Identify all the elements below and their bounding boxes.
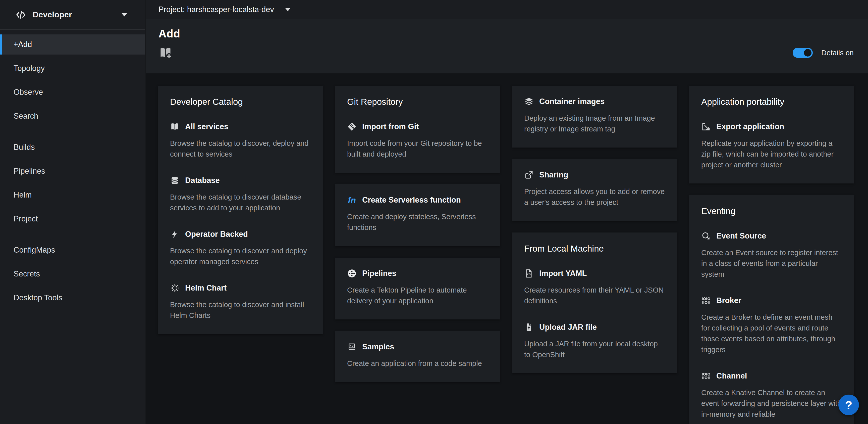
card-title: Application portability <box>701 97 842 107</box>
sidebar-item-desktop-tools[interactable]: Desktop Tools <box>0 288 145 308</box>
card-application-portability[interactable]: Application portabilityExport applicatio… <box>689 86 854 183</box>
item-description: Create a Knative Channel to create an ev… <box>701 387 842 420</box>
perspective-label: Developer <box>33 10 72 19</box>
item-description: Deploy an existing Image from an Image r… <box>524 113 665 135</box>
card-column: Container imagesDeploy an existing Image… <box>512 86 677 373</box>
helm-icon <box>170 283 180 293</box>
item-label: Broker <box>716 296 741 305</box>
item-description: Import code from your Git repository to … <box>347 138 488 160</box>
add-item-operator-backed[interactable]: Operator BackedBrowse the catalog to dis… <box>170 229 311 267</box>
card-samples[interactable]: SamplesCreate an application from a code… <box>335 331 500 382</box>
item-description: Browse the catalog to discover and insta… <box>170 299 311 321</box>
add-item-pipelines[interactable]: PipelinesCreate a Tekton Pipeline to aut… <box>347 269 488 306</box>
item-label: Import YAML <box>539 269 587 278</box>
item-description: Create and deploy stateless, Serverless … <box>347 211 488 233</box>
add-item-samples[interactable]: SamplesCreate an application from a code… <box>347 342 488 369</box>
file-code-icon <box>524 269 534 278</box>
add-item-database[interactable]: DatabaseBrowse the catalog to discover d… <box>170 176 311 214</box>
sidebar-item-secrets[interactable]: Secrets <box>0 264 145 284</box>
card-eventing: EventingEvent SourceCreate an Event sour… <box>689 195 854 424</box>
sidebar-item-pipelines[interactable]: Pipelines <box>0 161 145 181</box>
card-from-local-machine: From Local MachineImport YAMLCreate reso… <box>512 232 677 373</box>
card-sharing[interactable]: SharingProject access allows you to add … <box>512 159 677 221</box>
card-create-serverless-function[interactable]: fnCreate Serverless functionCreate and d… <box>335 184 500 246</box>
details-toggle-group: Details on <box>793 48 854 58</box>
card-title: Eventing <box>701 206 842 216</box>
item-label: Create Serverless function <box>362 196 461 205</box>
item-label: All services <box>185 122 228 131</box>
item-description: Create a Broker to define an event mesh … <box>701 312 842 355</box>
item-header: Event Source <box>701 231 842 241</box>
sidebar-item-builds[interactable]: Builds <box>0 137 145 157</box>
sidebar-item-helm[interactable]: Helm <box>0 185 145 205</box>
item-description: Browse the catalog to discover database … <box>170 192 311 214</box>
item-label: Event Source <box>716 231 766 241</box>
item-label: Import from Git <box>362 122 419 131</box>
code-icon <box>16 9 26 20</box>
sidebar-item-add[interactable]: +Add <box>0 34 145 55</box>
details-toggle-label: Details on <box>821 49 854 57</box>
add-item-helm-chart[interactable]: Helm ChartBrowse the catalog to discover… <box>170 283 311 321</box>
item-label: Operator Backed <box>185 230 248 239</box>
item-label: Helm Chart <box>185 283 226 292</box>
item-header: Sharing <box>524 170 665 180</box>
add-item-event-source[interactable]: Event SourceCreate an Event source to re… <box>701 231 842 280</box>
export-icon <box>701 122 711 132</box>
item-header: Import YAML <box>524 269 665 278</box>
card-pipelines[interactable]: PipelinesCreate a Tekton Pipeline to aut… <box>335 258 500 319</box>
add-cards-grid: Developer CatalogAll servicesBrowse the … <box>146 74 868 424</box>
add-item-all-services[interactable]: All servicesBrowse the catalog to discov… <box>170 122 311 160</box>
item-header: All services <box>170 122 311 132</box>
bolt-icon <box>170 229 180 239</box>
item-description: Create a Tekton Pipeline to automate del… <box>347 285 488 306</box>
sidebar-item-observe[interactable]: Observe <box>0 82 145 102</box>
item-header: Broker <box>701 296 842 305</box>
item-header: Upload JAR file <box>524 322 665 332</box>
add-item-upload-jar-file[interactable]: Upload JAR fileUpload a JAR file from yo… <box>524 322 665 360</box>
quick-starts-book-plus-icon[interactable] <box>158 46 173 60</box>
item-header: Operator Backed <box>170 229 311 239</box>
item-header: Pipelines <box>347 269 488 278</box>
add-item-import-yaml[interactable]: Import YAMLCreate resources from their Y… <box>524 269 665 306</box>
item-description: Create an Event source to register inter… <box>701 247 842 280</box>
item-header: Channel <box>701 371 842 381</box>
sidebar-item-topology[interactable]: Topology <box>0 58 145 78</box>
item-label: Upload JAR file <box>539 323 597 332</box>
item-header: Helm Chart <box>170 283 311 293</box>
card-container-images[interactable]: Container imagesDeploy an existing Image… <box>512 86 677 147</box>
item-header: Database <box>170 176 311 185</box>
item-header: fnCreate Serverless function <box>347 195 488 205</box>
item-description: Create an application from a code sample <box>347 358 488 369</box>
nav-group-divider <box>0 130 145 130</box>
details-toggle[interactable] <box>793 48 813 58</box>
fn-icon: fn <box>347 195 356 205</box>
sidebar-item-project[interactable]: Project <box>0 209 145 229</box>
help-button[interactable]: ? <box>838 395 859 415</box>
card-developer-catalog: Developer CatalogAll servicesBrowse the … <box>158 86 323 334</box>
card-title: From Local Machine <box>524 244 665 254</box>
add-item-create-serverless-function[interactable]: fnCreate Serverless functionCreate and d… <box>347 195 488 233</box>
add-item-channel[interactable]: ChannelCreate a Knative Channel to creat… <box>701 371 842 420</box>
card-column: Application portabilityExport applicatio… <box>689 86 854 424</box>
item-description: Create resources from their YAML or JSON… <box>524 285 665 306</box>
toggle-knob <box>804 49 811 57</box>
add-item-container-images[interactable]: Container imagesDeploy an existing Image… <box>524 97 665 135</box>
sidebar: Developer +AddTopologyObserveSearchBuild… <box>0 0 146 424</box>
sidebar-item-configmaps[interactable]: ConfigMaps <box>0 240 145 260</box>
perspective-switcher[interactable]: Developer <box>0 0 145 30</box>
book-icon <box>170 122 180 132</box>
add-item-import-from-git[interactable]: Import from GitImport code from your Git… <box>347 122 488 160</box>
add-item-sharing[interactable]: SharingProject access allows you to add … <box>524 170 665 208</box>
sidebar-item-search[interactable]: Search <box>0 106 145 126</box>
add-item-export-application[interactable]: Export applicationReplicate your applica… <box>701 122 842 170</box>
item-header: Container images <box>524 97 665 106</box>
binary-icon <box>701 371 711 381</box>
add-item-broker[interactable]: BrokerCreate a Broker to define an event… <box>701 296 842 355</box>
item-description: Replicate your application by exporting … <box>701 138 842 170</box>
item-header: Import from Git <box>347 122 488 132</box>
binary-icon <box>701 296 711 305</box>
samples-icon <box>347 342 356 351</box>
item-description: Project access allows you to add or remo… <box>524 186 665 208</box>
card-git-repository[interactable]: Git RepositoryImport from GitImport code… <box>335 86 500 173</box>
project-selector[interactable]: Project: harshcasper-localsta-dev <box>146 0 868 19</box>
